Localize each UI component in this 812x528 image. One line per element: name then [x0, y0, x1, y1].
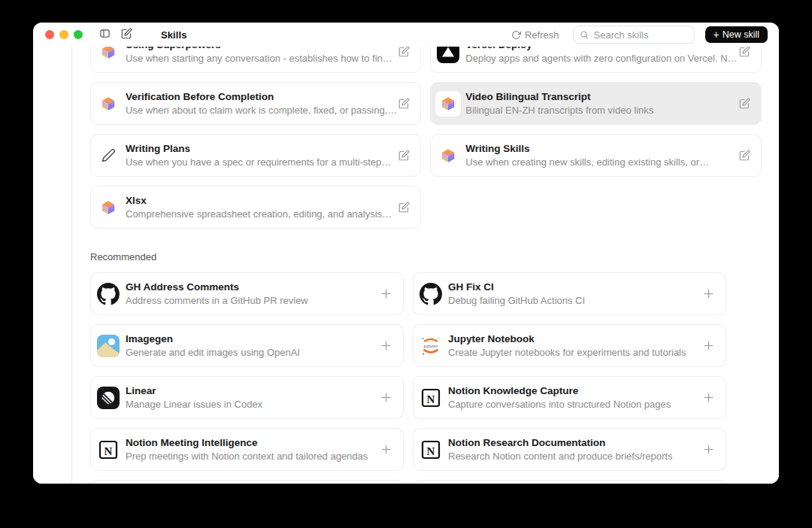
skill-card[interactable]: Video Bilingual Transcript Bilingual EN-…	[430, 82, 761, 125]
skill-card[interactable]: N Notion Knowledge Capture Capture conve…	[413, 376, 726, 419]
zoom-button[interactable]	[74, 30, 83, 39]
titlebar-actions: Refresh + New skill	[508, 26, 768, 44]
skill-description: Deploy apps and agents with zero configu…	[465, 53, 737, 64]
notion-icon: N	[95, 437, 121, 463]
edit-skill-button[interactable]	[397, 47, 411, 59]
recommended-skills-grid: GH Address Comments Address comments in …	[90, 272, 726, 471]
partial-row	[90, 480, 726, 484]
compose-icon	[121, 28, 132, 41]
skill-description: Research Notion content and produce brie…	[448, 451, 672, 462]
skill-title: GH Address Comments	[126, 281, 308, 293]
skill-card[interactable]: Vercel Deploy Deploy apps and agents wit…	[430, 47, 761, 73]
add-skill-button[interactable]	[378, 390, 394, 405]
skill-title: Imagegen	[126, 333, 300, 344]
skill-title: Verification Before Completion	[126, 91, 397, 102]
close-button[interactable]	[45, 30, 54, 39]
add-skill-button[interactable]	[378, 338, 394, 354]
add-skill-button[interactable]	[701, 286, 717, 302]
add-skill-button[interactable]	[701, 442, 717, 457]
add-skill-button[interactable]	[378, 286, 394, 302]
add-skill-button[interactable]	[701, 390, 717, 405]
skill-description: Create Jupyter notebooks for experiments…	[448, 347, 686, 358]
recommended-heading: Recommended	[90, 251, 726, 262]
refresh-button[interactable]: Refresh	[508, 28, 562, 42]
skill-title: Notion Knowledge Capture	[448, 385, 671, 396]
skill-description: Use when you have a spec or requirements…	[126, 156, 391, 168]
search-input[interactable]	[592, 29, 688, 41]
svg-text:N: N	[427, 445, 435, 457]
skill-description: Bilingual EN-ZH transcripts from video l…	[465, 105, 653, 116]
cube-icon	[435, 91, 461, 117]
svg-text:jupyter: jupyter	[423, 343, 438, 348]
skill-title: Vercel Deploy	[465, 47, 737, 50]
new-skill-button[interactable]: + New skill	[705, 26, 768, 43]
skill-card[interactable]: Verification Before Completion Use when …	[90, 82, 421, 125]
skill-description: Manage Linear issues in Codex	[126, 399, 262, 410]
github-icon	[95, 281, 121, 307]
new-skill-label: New skill	[723, 29, 759, 40]
skill-title: Notion Research Documentation	[448, 437, 672, 448]
skill-description: Use when creating new skills, editing ex…	[465, 156, 709, 168]
skill-description: Use when starting any conversation - est…	[126, 53, 392, 64]
traffic-lights	[45, 30, 83, 39]
skill-card[interactable]: Writing Skills Use when creating new ski…	[430, 134, 761, 177]
skill-description: Use when about to claim work is complete…	[126, 105, 397, 116]
image-icon	[95, 333, 121, 359]
skill-title: Xlsx	[126, 195, 392, 206]
add-skill-button[interactable]	[701, 338, 717, 354]
page-title: Skills	[161, 29, 187, 41]
skill-title: Using Superpowers	[126, 47, 392, 50]
skill-card[interactable]: GH Fix CI Debug failing GitHub Actions C…	[413, 272, 726, 315]
notion-icon: N	[418, 385, 444, 411]
sidebar-toggle-button[interactable]	[98, 26, 112, 43]
cube-icon	[95, 47, 121, 65]
refresh-icon	[511, 30, 521, 40]
vercel-icon	[435, 47, 461, 65]
github-icon	[418, 281, 444, 307]
skill-description: Debug failing GitHub Actions CI	[448, 295, 585, 306]
skill-card[interactable]: jupyter Jupyter Notebook Create Jupyter …	[413, 324, 726, 367]
add-skill-button[interactable]	[378, 442, 394, 457]
edit-skill-button[interactable]	[738, 148, 752, 162]
search-icon	[580, 30, 589, 39]
skill-description: Address comments in a GitHub PR review	[126, 295, 308, 306]
skill-card[interactable]: Using Superpowers Use when starting any …	[90, 47, 421, 73]
titlebar: Skills Refresh + New skill	[33, 23, 779, 47]
cube-icon	[435, 143, 461, 168]
edit-skill-button[interactable]	[738, 96, 752, 111]
linear-icon	[95, 385, 121, 411]
plus-icon: +	[714, 29, 720, 40]
installed-skills-grid: Using Superpowers Use when starting any …	[90, 47, 726, 229]
app-window: Skills Refresh + New skill	[33, 23, 779, 484]
search-box	[573, 26, 695, 44]
edit-skill-button[interactable]	[738, 47, 752, 59]
cube-icon	[95, 195, 121, 220]
refresh-label: Refresh	[525, 29, 559, 41]
sidebar-icon	[99, 28, 111, 41]
skill-card-partial	[413, 480, 726, 484]
skill-card[interactable]: Imagegen Generate and edit images using …	[90, 324, 404, 367]
skill-description: Prep meetings with Notion context and ta…	[126, 451, 368, 462]
skill-card[interactable]: N Notion Meeting Intelligence Prep meeti…	[90, 428, 404, 471]
content-area: Using Superpowers Use when starting any …	[33, 47, 779, 484]
skill-card[interactable]: Xlsx Comprehensive spreadsheet creation,…	[90, 186, 421, 229]
skill-card[interactable]: GH Address Comments Address comments in …	[90, 272, 404, 315]
edit-skill-button[interactable]	[397, 200, 411, 214]
skill-card[interactable]: Linear Manage Linear issues in Codex	[90, 376, 404, 419]
skill-title: GH Fix CI	[448, 281, 585, 293]
skill-title: Video Bilingual Transcript	[465, 91, 653, 102]
minimize-button[interactable]	[59, 30, 68, 39]
edit-skill-button[interactable]	[397, 96, 411, 111]
skill-card[interactable]: N Notion Research Documentation Research…	[413, 428, 726, 471]
sidebar-divider	[71, 47, 72, 484]
skill-title: Writing Plans	[126, 143, 391, 154]
skill-title: Linear	[126, 385, 262, 396]
notion-icon: N	[418, 437, 444, 463]
edit-skill-button[interactable]	[397, 148, 411, 162]
pencil-icon	[95, 143, 121, 168]
svg-text:N: N	[427, 393, 435, 405]
compose-button[interactable]	[120, 26, 134, 43]
skill-card[interactable]: Writing Plans Use when you have a spec o…	[90, 134, 421, 177]
skill-title: Writing Skills	[465, 143, 709, 154]
skill-card-partial	[90, 480, 404, 484]
